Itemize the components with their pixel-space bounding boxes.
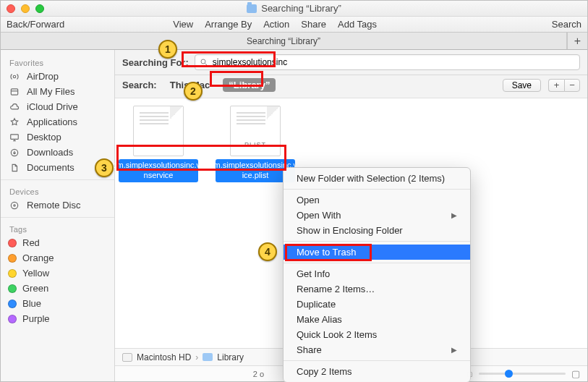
share-menu[interactable]: Share <box>301 19 326 30</box>
scope-this-mac[interactable]: This Mac <box>164 78 216 92</box>
svg-point-0 <box>13 75 16 78</box>
sidebar-item-icloud-drive[interactable]: iCloud Drive <box>1 99 114 114</box>
result-filename: com.simplexsolutionsinc.v…nservice <box>119 159 198 182</box>
sidebar-item-label: Red <box>22 237 40 248</box>
ctx-share[interactable]: Share <box>284 342 470 357</box>
ctx-separator <box>284 263 470 263</box>
sidebar-item-label: AirDrop <box>27 71 59 82</box>
search-row: Searching For: <box>115 50 587 75</box>
all-files-icon <box>8 87 21 97</box>
sidebar-item-applications[interactable]: Applications <box>1 114 114 130</box>
svg-point-4 <box>11 202 17 208</box>
tag-dot-icon <box>8 315 17 323</box>
ctx-separator <box>284 241 470 242</box>
sidebar-item-label: Green <box>22 283 48 294</box>
search-icon <box>200 58 208 67</box>
ctx-open-with[interactable]: Open With <box>284 208 470 223</box>
search-field[interactable] <box>195 54 580 70</box>
ctx-new-folder-selection[interactable]: New Folder with Selection (2 Items) <box>284 171 470 186</box>
tag-dot-icon <box>8 284 17 293</box>
tab-searching-library[interactable]: Searching “Library” <box>1 33 567 49</box>
file-icon <box>133 106 184 156</box>
applications-icon <box>8 117 21 127</box>
result-item[interactable]: com.simplexsolutionsinc.v…nservice <box>122 106 195 341</box>
sidebar-item-label: All My Files <box>27 86 74 97</box>
ctx-open[interactable]: Open <box>284 192 470 208</box>
toolbar: Back/Forward View Arrange By Action Shar… <box>1 17 587 33</box>
sidebar-tag-red[interactable]: Red <box>1 235 114 250</box>
svg-point-6 <box>201 59 205 64</box>
window-title-text: Searching “Library” <box>261 3 341 14</box>
folder-icon <box>247 4 257 13</box>
search-input[interactable] <box>213 57 575 67</box>
ctx-show-enclosing[interactable]: Show in Enclosing Folder <box>284 223 470 238</box>
sidebar-item-label: Yellow <box>22 268 49 279</box>
sidebar-header-tags: Tags <box>1 222 114 235</box>
context-menu: New Folder with Selection (2 Items) Open… <box>283 167 471 382</box>
ctx-copy-items[interactable]: Copy 2 Items <box>284 364 470 379</box>
search-for-label: Searching For: <box>122 57 189 68</box>
result-item[interactable]: PLIST com.simplexsolutionsinc.v…ice.plis… <box>219 106 291 341</box>
action-menu[interactable]: Action <box>263 19 289 30</box>
sidebar-item-label: Orange <box>22 252 54 263</box>
sidebar-tag-yellow[interactable]: Yellow <box>1 266 114 281</box>
scope-plus-minus: + − <box>548 79 580 92</box>
downloads-icon <box>8 148 21 158</box>
sidebar-tag-purple[interactable]: Purple <box>1 311 114 326</box>
sidebar-tag-green[interactable]: Green <box>1 281 114 296</box>
sidebar-header-devices: Devices <box>1 184 114 198</box>
zoom-large-icon: ▢ <box>571 368 580 379</box>
plist-file-icon: PLIST <box>230 106 281 156</box>
ctx-rename-items[interactable]: Rename 2 Items… <box>284 281 470 297</box>
slider-knob[interactable] <box>505 370 513 378</box>
folder-icon <box>203 353 213 361</box>
sidebar-separator <box>1 179 114 180</box>
tab-label: Searching “Library” <box>247 36 320 46</box>
sidebar-tag-blue[interactable]: Blue <box>1 296 114 311</box>
plist-badge: PLIST <box>244 141 266 148</box>
icon-size-slider[interactable]: ▢ ▢ <box>466 368 580 379</box>
documents-icon <box>8 163 21 173</box>
ctx-move-to-trash[interactable]: Move to Trash <box>284 245 470 260</box>
path-root[interactable]: Macintosh HD <box>137 352 191 362</box>
slider-track[interactable] <box>479 373 566 375</box>
sidebar-tag-orange[interactable]: Orange <box>1 250 114 266</box>
sidebar-item-downloads[interactable]: Downloads <box>1 145 114 160</box>
add-scope-rule-button[interactable]: + <box>548 79 564 92</box>
scope-library[interactable]: “Library” <box>223 78 276 92</box>
new-tab-button[interactable]: + <box>567 33 587 49</box>
sidebar-item-label: Applications <box>27 116 77 127</box>
save-search-button[interactable]: Save <box>503 79 541 92</box>
finder-window: Searching “Library” Back/Forward View Ar… <box>0 0 588 382</box>
search-label[interactable]: Search <box>552 19 581 30</box>
sidebar-item-label: Desktop <box>27 132 61 143</box>
tag-dot-icon <box>8 269 17 278</box>
svg-point-5 <box>14 204 15 205</box>
tag-dot-icon <box>8 254 17 263</box>
sidebar-item-remote-disc[interactable]: Remote Disc <box>1 198 114 213</box>
path-folder[interactable]: Library <box>217 352 244 362</box>
ctx-get-info[interactable]: Get Info <box>284 266 470 281</box>
ctx-quick-look[interactable]: Quick Look 2 Items <box>284 327 470 342</box>
ctx-make-alias[interactable]: Make Alias <box>284 312 470 327</box>
back-forward-button[interactable]: Back/Forward <box>7 19 64 30</box>
sidebar-item-documents[interactable]: Documents <box>1 160 114 175</box>
search-scope-row: Search: This Mac “Library” Save + − <box>115 75 587 98</box>
sidebar-item-all-my-files[interactable]: All My Files <box>1 84 114 99</box>
remove-scope-rule-button[interactable]: − <box>564 79 580 92</box>
chevron-right-icon: › <box>195 352 198 362</box>
view-menu[interactable]: View <box>173 19 193 30</box>
add-tags-menu[interactable]: Add Tags <box>338 19 377 30</box>
desktop-icon <box>8 132 21 143</box>
search-scope-label: Search: <box>122 80 157 90</box>
sidebar-item-label: Downloads <box>27 147 73 158</box>
ctx-duplicate[interactable]: Duplicate <box>284 297 470 312</box>
tag-dot-icon <box>8 239 17 247</box>
airdrop-icon <box>8 72 21 82</box>
sidebar: Favorites AirDrop All My Files iCloud Dr… <box>1 50 115 381</box>
arrange-by-menu[interactable]: Arrange By <box>205 19 252 30</box>
sidebar-item-desktop[interactable]: Desktop <box>1 130 114 145</box>
sidebar-item-label: Blue <box>22 298 41 309</box>
sidebar-item-airdrop[interactable]: AirDrop <box>1 69 114 84</box>
titlebar: Searching “Library” <box>1 1 587 17</box>
